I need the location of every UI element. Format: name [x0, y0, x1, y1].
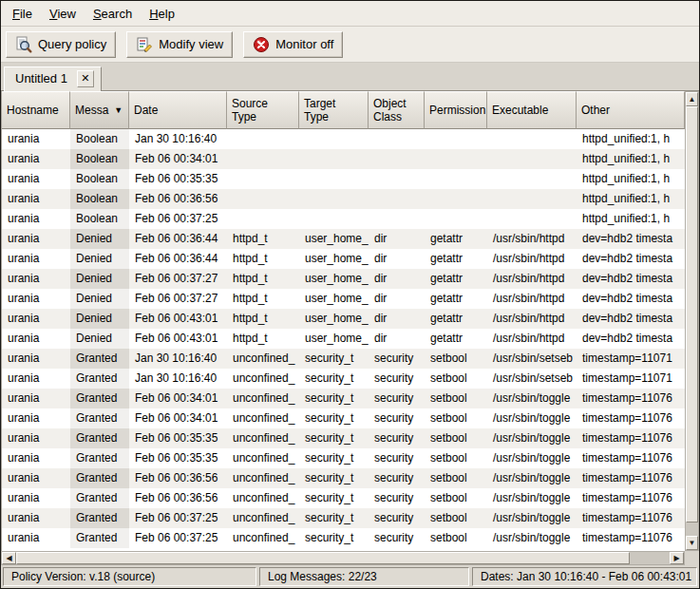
cell: unconfined_: [227, 389, 299, 408]
table-row[interactable]: uraniaBooleanFeb 06 00:37:25httpd_unifie…: [2, 209, 685, 229]
cell: [299, 129, 369, 149]
column-header-date[interactable]: Date: [129, 91, 227, 129]
cell: urania: [2, 329, 70, 349]
cell: setbool: [425, 508, 487, 528]
column-header-target-type[interactable]: Target Type: [299, 91, 369, 129]
column-header-label: Object Class: [373, 97, 407, 124]
table-row[interactable]: uraniaGrantedFeb 06 00:35:35unconfined_s…: [2, 448, 685, 468]
column-header-permission[interactable]: Permission: [425, 91, 487, 129]
scroll-left-icon: ◀: [6, 555, 11, 562]
table-row[interactable]: uraniaBooleanFeb 06 00:36:56httpd_unifie…: [2, 189, 685, 209]
cell: security_t: [299, 389, 369, 408]
cell: timestamp=11076: [577, 428, 685, 448]
table-row[interactable]: uraniaBooleanJan 30 10:16:40httpd_unifie…: [2, 129, 685, 149]
menu-view[interactable]: View: [41, 3, 85, 25]
table-row[interactable]: uraniaDeniedFeb 06 00:36:44httpd_tuser_h…: [2, 249, 685, 269]
cell: httpd_t: [227, 289, 299, 309]
cell: security: [369, 528, 425, 548]
cell: /usr/sbin/httpd: [487, 289, 577, 309]
table-row[interactable]: uraniaGrantedFeb 06 00:37:25unconfined_s…: [2, 528, 685, 548]
cell: httpd_t: [227, 269, 299, 289]
cell: dir: [369, 249, 425, 269]
cell: getattr: [425, 289, 487, 309]
column-header-other[interactable]: Other: [577, 91, 685, 129]
table-row[interactable]: uraniaGrantedFeb 06 00:34:01unconfined_s…: [2, 408, 685, 428]
table-row[interactable]: uraniaGrantedJan 30 10:16:40unconfined_s…: [2, 349, 685, 369]
horizontal-scrollbar-thumb[interactable]: [16, 552, 630, 564]
sort-descending-icon: ▼: [114, 106, 123, 115]
cell: unconfined_: [227, 428, 299, 448]
tab-close-button[interactable]: ✕: [77, 70, 94, 87]
column-header-object-class[interactable]: Object Class: [369, 91, 425, 129]
table-row[interactable]: uraniaBooleanFeb 06 00:34:01httpd_unifie…: [2, 149, 685, 169]
modify-view-button[interactable]: Modify view: [126, 31, 233, 58]
vertical-scrollbar-thumb[interactable]: [686, 106, 698, 522]
cell: Boolean: [70, 189, 129, 209]
query-policy-button[interactable]: Query policy: [6, 31, 116, 58]
cell: timestamp=11071: [577, 369, 685, 389]
cell: Denied: [70, 309, 129, 329]
cell: Feb 06 00:37:27: [129, 289, 227, 309]
cell: security_t: [299, 448, 369, 468]
column-header-hostname[interactable]: Hostname: [2, 91, 70, 129]
cell: /usr/sbin/toggle: [487, 389, 577, 408]
table-row[interactable]: uraniaBooleanFeb 06 00:35:35httpd_unifie…: [2, 169, 685, 189]
cell: getattr: [425, 229, 487, 249]
column-header-source-type[interactable]: Source Type: [227, 91, 299, 129]
table-header-row: HostnameMessa▼DateSource TypeTarget Type…: [2, 91, 685, 129]
table-row[interactable]: uraniaGrantedJan 30 10:16:40unconfined_s…: [2, 369, 685, 389]
cell: dir: [369, 289, 425, 309]
cell: httpd_unified:1, h: [577, 129, 685, 149]
scroll-left-button[interactable]: ◀: [2, 552, 16, 564]
column-header-messa[interactable]: Messa▼: [70, 91, 129, 129]
cell: setbool: [425, 369, 487, 389]
monitor-off-button[interactable]: Monitor off: [243, 31, 343, 58]
column-header-label: Executable: [492, 104, 548, 117]
table-row[interactable]: uraniaDeniedFeb 06 00:43:01httpd_tuser_h…: [2, 309, 685, 329]
table-row[interactable]: uraniaGrantedFeb 06 00:35:35unconfined_s…: [2, 428, 685, 448]
table-row[interactable]: uraniaDeniedFeb 06 00:37:27httpd_tuser_h…: [2, 289, 685, 309]
menu-help-label: Help: [149, 7, 175, 21]
horizontal-scrollbar[interactable]: ◀ ▶: [1, 551, 685, 565]
cell: setbool: [425, 448, 487, 468]
horizontal-scrollbar-track[interactable]: [16, 552, 670, 564]
table-row[interactable]: uraniaDeniedFeb 06 00:36:44httpd_tuser_h…: [2, 229, 685, 249]
menu-help[interactable]: Help: [141, 3, 183, 25]
cell: /usr/sbin/httpd: [487, 229, 577, 249]
column-header-executable[interactable]: Executable: [487, 91, 577, 129]
vertical-scrollbar-track[interactable]: [686, 106, 698, 536]
cell: Feb 06 00:36:56: [129, 189, 227, 209]
scroll-right-button[interactable]: ▶: [670, 552, 684, 564]
cell: Granted: [70, 349, 129, 369]
table-row[interactable]: uraniaGrantedFeb 06 00:36:56unconfined_s…: [2, 488, 685, 508]
table-row[interactable]: uraniaGrantedFeb 06 00:37:25unconfined_s…: [2, 508, 685, 528]
column-header-label: Source Type: [232, 97, 268, 124]
cell: urania: [2, 129, 70, 149]
cell: unconfined_: [227, 528, 299, 548]
scroll-down-button[interactable]: ▼: [686, 536, 698, 550]
cell: [487, 129, 577, 149]
menu-search[interactable]: Search: [85, 3, 141, 25]
cell: security: [369, 448, 425, 468]
cell: dir: [369, 309, 425, 329]
cell: [487, 209, 577, 229]
cell: [369, 189, 425, 209]
cell: dev=hdb2 timesta: [577, 289, 685, 309]
menu-file[interactable]: File: [4, 3, 41, 25]
cell: Granted: [70, 508, 129, 528]
cell: setbool: [425, 408, 487, 428]
cell: urania: [2, 289, 70, 309]
cell: Feb 06 00:36:56: [129, 488, 227, 508]
tab-untitled-1[interactable]: Untitled 1 ✕: [4, 66, 102, 91]
table-row[interactable]: uraniaDeniedFeb 06 00:37:27httpd_tuser_h…: [2, 269, 685, 289]
stop-icon: [253, 36, 270, 53]
scroll-up-button[interactable]: ▲: [686, 92, 698, 106]
cell: Feb 06 00:43:01: [129, 329, 227, 349]
vertical-scrollbar[interactable]: ▲ ▼: [685, 91, 699, 551]
cell: security_t: [299, 428, 369, 448]
table-row[interactable]: uraniaDeniedFeb 06 00:43:01httpd_tuser_h…: [2, 329, 685, 349]
cell: user_home_: [299, 249, 369, 269]
table-row[interactable]: uraniaGrantedFeb 06 00:34:01unconfined_s…: [2, 389, 685, 408]
table-row[interactable]: uraniaGrantedFeb 06 00:36:56unconfined_s…: [2, 468, 685, 488]
magnifier-icon: [15, 36, 32, 53]
